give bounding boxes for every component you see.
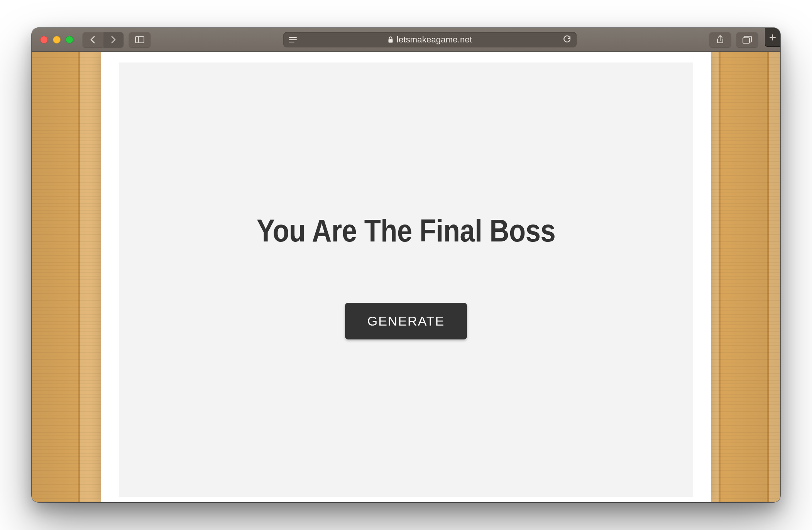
window-minimize-button[interactable]: [53, 36, 61, 44]
page-viewport: You Are The Final Boss GENERATE: [32, 52, 780, 502]
reload-icon: [563, 35, 571, 44]
sidebar-icon: [135, 36, 144, 43]
plus-icon: [769, 34, 776, 41]
page-title: You Are The Final Boss: [257, 213, 555, 249]
tabs-overview-button[interactable]: [736, 32, 758, 47]
content-sheet: You Are The Final Boss GENERATE: [101, 52, 711, 502]
reload-button[interactable]: [561, 34, 573, 46]
forward-button[interactable]: [103, 32, 123, 47]
new-tab-button[interactable]: [765, 28, 780, 47]
share-button[interactable]: [709, 32, 731, 47]
generate-button[interactable]: GENERATE: [345, 303, 467, 339]
svg-rect-0: [135, 37, 144, 43]
chevron-left-icon: [90, 35, 96, 44]
nav-button-group: [83, 32, 123, 47]
sidebar-toggle-button[interactable]: [129, 32, 151, 47]
toolbar-right-group: [709, 32, 775, 47]
svg-rect-6: [743, 38, 749, 43]
browser-toolbar: letsmakeagame.net: [32, 28, 780, 52]
reader-mode-button[interactable]: [286, 34, 299, 45]
share-icon: [716, 35, 724, 44]
url-host-text: letsmakeagame.net: [397, 35, 472, 45]
chevron-right-icon: [110, 35, 117, 44]
reader-icon: [289, 37, 297, 43]
window-zoom-button[interactable]: [66, 36, 73, 44]
window-close-button[interactable]: [40, 36, 48, 44]
url-display: letsmakeagame.net: [388, 35, 472, 45]
address-bar[interactable]: letsmakeagame.net: [283, 32, 577, 47]
lock-icon: [388, 36, 393, 43]
generator-card: You Are The Final Boss GENERATE: [119, 62, 693, 497]
browser-window: letsmakeagame.net: [32, 28, 780, 502]
svg-rect-5: [388, 39, 392, 42]
window-traffic-lights: [40, 36, 73, 44]
back-button[interactable]: [83, 32, 103, 47]
tabs-icon: [743, 36, 752, 44]
